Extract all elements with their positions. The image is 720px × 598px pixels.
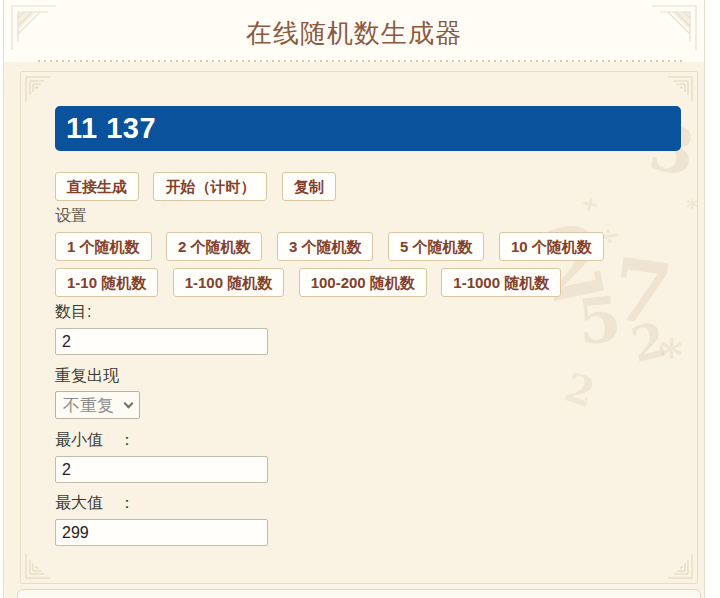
preset-range-row: 1-10 随机数 1-100 随机数 100-200 随机数 1-1000 随机… xyxy=(55,268,681,297)
max-label: 最大值 ： xyxy=(55,494,681,512)
repeat-label: 重复出现 xyxy=(55,367,681,385)
preset-range-button-1-10[interactable]: 1-10 随机数 xyxy=(55,268,158,297)
preset-count-row: 1 个随机数 2 个随机数 3 个随机数 5 个随机数 10 个随机数 xyxy=(55,232,681,261)
actions-row: 直接生成 开始（计时） 复制 xyxy=(55,172,681,201)
min-label: 最小值 ： xyxy=(55,431,681,449)
copy-button[interactable]: 复制 xyxy=(282,172,336,201)
page-title: 在线随机数生成器 xyxy=(4,0,704,51)
repeat-select[interactable]: 不重复 xyxy=(55,391,140,419)
page-header: 在线随机数生成器 xyxy=(4,0,704,62)
corner-ornament-icon xyxy=(10,4,58,52)
start-timer-button[interactable]: 开始（计时） xyxy=(153,172,267,201)
preset-count-button-5[interactable]: 5 个随机数 xyxy=(388,232,485,261)
result-banner: 11 137 xyxy=(55,106,681,151)
settings-label: 设置 xyxy=(55,206,681,225)
content-area: +÷23*752*2 xyxy=(4,62,704,598)
corner-ornament-icon xyxy=(25,553,51,579)
preset-count-button-1[interactable]: 1 个随机数 xyxy=(55,232,152,261)
corner-ornament-icon xyxy=(667,553,693,579)
count-input[interactable] xyxy=(55,328,268,355)
preset-range-button-1-1000[interactable]: 1-1000 随机数 xyxy=(441,268,561,297)
generate-button[interactable]: 直接生成 xyxy=(55,172,139,201)
repeat-select-wrap: 不重复 xyxy=(55,391,140,419)
count-label: 数目: xyxy=(55,303,681,321)
next-section-panel xyxy=(17,589,701,598)
page-container: 在线随机数生成器 +÷23*752*2 xyxy=(3,0,705,598)
preset-range-button-1-100[interactable]: 1-100 随机数 xyxy=(173,268,285,297)
min-input[interactable] xyxy=(55,456,268,483)
preset-count-button-3[interactable]: 3 个随机数 xyxy=(277,232,374,261)
generator-panel: 11 137 直接生成 开始（计时） 复制 设置 1 个随机数 2 个随机数 3… xyxy=(20,71,698,584)
max-input[interactable] xyxy=(55,519,268,546)
result-value: 11 137 xyxy=(66,112,156,144)
preset-range-button-100-200[interactable]: 100-200 随机数 xyxy=(299,268,427,297)
preset-count-button-2[interactable]: 2 个随机数 xyxy=(166,232,263,261)
preset-count-button-10[interactable]: 10 个随机数 xyxy=(499,232,604,261)
corner-ornament-icon xyxy=(650,4,698,52)
